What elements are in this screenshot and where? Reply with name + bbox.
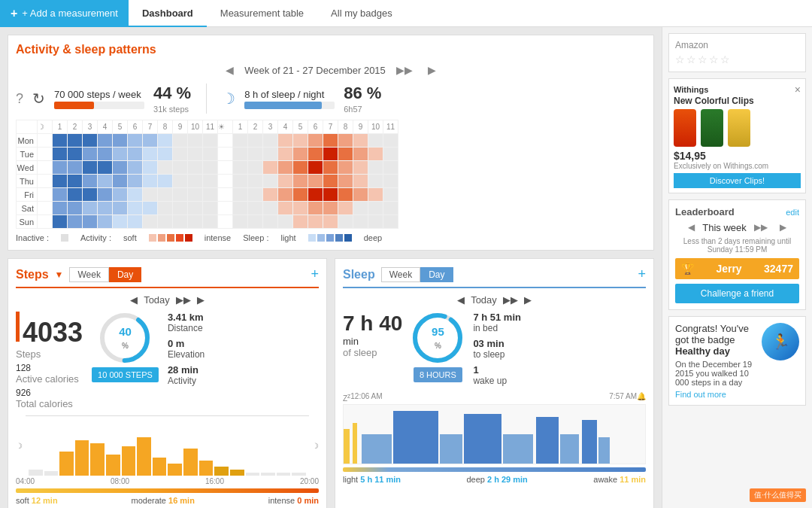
- steps-pct: 44 % 31k steps: [153, 84, 191, 114]
- steps-toggle: Week Day: [69, 267, 141, 282]
- legend-row: Inactive : Activity : soft intense Sleep…: [16, 233, 646, 242]
- badge-congrats: Congrats! You've got the badge: [675, 323, 749, 345]
- sleep-end-time: 7:57 AM: [609, 392, 637, 403]
- withings-ad: Withings × New Colorful Clips $14,95 Exc…: [668, 78, 806, 193]
- chart-time-4: 20:00: [300, 477, 319, 485]
- activity-time-val: 28 min: [168, 364, 198, 376]
- steps-panel: Steps ▼ Week Day + ◀ Today ▶▶ ▶: [8, 258, 327, 508]
- sleep-awake-stat: awake 11 min: [593, 475, 646, 484]
- find-out-link[interactable]: Find out more: [675, 390, 756, 399]
- bar: [44, 471, 59, 476]
- badge-text-block: Congrats! You've got the badge Healthy d…: [675, 323, 756, 399]
- amazon-stars[interactable]: ☆☆☆☆☆: [675, 53, 799, 65]
- sleep-deep-label: deep: [364, 233, 382, 242]
- distance-val: 3.41 km: [168, 312, 204, 323]
- activity-label-leg: Activity :: [80, 233, 111, 242]
- light-val: 5 h 11 min: [360, 475, 401, 484]
- leaderboard-user-name: Jerry: [716, 263, 741, 275]
- steps-label: Steps: [16, 348, 83, 360]
- total-cal-label: Total calories: [16, 398, 83, 409]
- leaderboard-section: Leaderboard edit ◀ This week ▶▶ ▶ Less t…: [668, 199, 806, 310]
- inactive-label: Inactive :: [16, 233, 49, 242]
- steps-day-toggle[interactable]: Day: [109, 267, 141, 282]
- sleep-main: 7 h 40 min of sleep 95: [343, 312, 646, 386]
- steps-header: Steps ▼ Week Day +: [16, 266, 319, 288]
- steps-today-nav: ◀ Today ▶▶ ▶: [16, 294, 319, 306]
- sleep-legend-bottom: light 5 h 11 min deep 2 h 29 min awake 1…: [343, 475, 646, 484]
- challenge-button[interactable]: Challenge a friend: [675, 284, 799, 303]
- steps-chart-axis-top: ☽: [16, 415, 319, 476]
- add-measurement-label: + Add a measurement: [22, 8, 118, 19]
- sleep-bar-light2: [440, 434, 462, 464]
- leaderboard-title: Leaderboard: [675, 206, 735, 217]
- tab-measurement-table[interactable]: Measurement table: [207, 0, 317, 27]
- sleep-bar-bg: [244, 102, 335, 109]
- sleep-day-toggle[interactable]: Day: [420, 267, 453, 282]
- sleep-bar-light4: [560, 434, 579, 464]
- sleep-scale: [308, 234, 352, 242]
- steps-goal-button[interactable]: 10 000 STEPS: [92, 367, 159, 382]
- sleep-prev-arrow[interactable]: ◀: [457, 294, 465, 306]
- discover-button[interactable]: Discover Clips!: [674, 173, 801, 188]
- week-fast-fwd[interactable]: ▶▶: [392, 62, 417, 78]
- moderate-label: moderate 16 min: [131, 496, 194, 505]
- sleep-next-arrow[interactable]: ▶: [524, 294, 532, 306]
- bar: [90, 443, 105, 476]
- help-icon[interactable]: ?: [16, 91, 23, 107]
- sleep-bar-light5: [598, 437, 610, 464]
- add-measurement-button[interactable]: + + Add a measurement: [0, 0, 129, 27]
- right-column: Amazon ☆☆☆☆☆ Withings × New Colorful Cli…: [662, 27, 812, 508]
- top-nav: + + Add a measurement Dashboard Measurem…: [0, 0, 812, 27]
- lb-prev-arrow[interactable]: ◀: [683, 221, 699, 234]
- sleep-gradient-bar: [343, 467, 646, 472]
- steps-per-week: 70 000 steps / week: [54, 89, 144, 100]
- steps-main: 4033 Steps 128 Active calories 926 Total…: [16, 312, 319, 409]
- activity-scale: [149, 234, 192, 242]
- bar: [214, 467, 229, 476]
- tab-dashboard[interactable]: Dashboard: [129, 0, 207, 27]
- steps-plus-icon[interactable]: +: [311, 266, 319, 282]
- deep-val: 2 h 29 min: [487, 475, 528, 484]
- sleep-circle-block: 95 % 8 HOURS: [411, 312, 464, 382]
- sleep-week-toggle[interactable]: Week: [381, 267, 420, 282]
- tab-all-my-badges[interactable]: All my badges: [317, 0, 406, 27]
- sleep-plus-icon[interactable]: +: [638, 266, 646, 282]
- steps-fast-fwd[interactable]: ▶▶: [176, 294, 191, 306]
- steps-dropdown-arrow[interactable]: ▼: [55, 269, 64, 280]
- steps-next-arrow[interactable]: ▶: [197, 294, 205, 306]
- plus-icon: +: [11, 7, 17, 20]
- sleep-fast-fwd[interactable]: ▶▶: [503, 294, 518, 306]
- sleep-title: Sleep: [343, 268, 375, 281]
- steps-week-toggle[interactable]: Week: [69, 267, 108, 282]
- chart-time-3: 16:00: [205, 477, 224, 485]
- bar: [137, 437, 151, 476]
- withings-brand: Withings: [674, 85, 708, 94]
- bar: [29, 470, 43, 476]
- steps-prev-arrow[interactable]: ◀: [130, 294, 138, 306]
- steps-gradient-bar: [16, 488, 319, 493]
- heatmap-table: ☽1234567891011☀1234567891011MonTueWedThu…: [16, 120, 398, 229]
- bar: [230, 470, 244, 476]
- bar: [292, 473, 306, 476]
- sleep-per-night: 8 h of sleep / night: [244, 89, 335, 100]
- leaderboard-edit[interactable]: edit: [786, 208, 799, 217]
- ad-close-icon[interactable]: ×: [795, 84, 801, 96]
- sleep-chart: [343, 404, 646, 464]
- intense-label: intense 0 min: [268, 496, 319, 505]
- clip-red: [674, 109, 696, 147]
- sleep-chart-container: Zz 12:06 AM 7:57 AM 🔔: [343, 392, 646, 484]
- sleep-goal-button[interactable]: 8 HOURS: [414, 367, 462, 382]
- steps-bars: [26, 416, 309, 476]
- lb-fast-fwd[interactable]: ▶▶: [750, 221, 772, 234]
- week-prev-arrow[interactable]: ◀: [221, 62, 238, 78]
- amazon-section: Amazon ☆☆☆☆☆: [668, 33, 806, 72]
- sleep-header: Sleep Week Day +: [343, 266, 646, 288]
- week-next-arrow[interactable]: ▶: [423, 62, 441, 78]
- leaderboard-week: This week: [702, 222, 747, 233]
- badge-section: Congrats! You've got the badge Healthy d…: [668, 316, 806, 406]
- sleep-toggle: Week Day: [381, 267, 453, 282]
- elevation-val: 0 m: [168, 338, 184, 349]
- active-cal-label: Active calories: [16, 373, 83, 385]
- steps-today-label: Today: [144, 294, 170, 306]
- lb-next-arrow[interactable]: ▶: [775, 221, 791, 234]
